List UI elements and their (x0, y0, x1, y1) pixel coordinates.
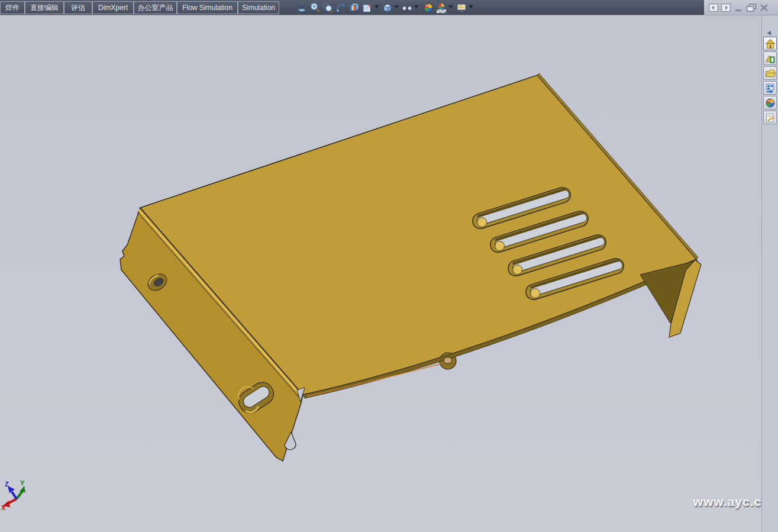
appearances-ball-icon (764, 97, 776, 109)
view-settings-dropdown-icon[interactable] (469, 5, 473, 8)
edit-appearance-icon[interactable] (422, 2, 434, 14)
display-style-icon[interactable] (382, 2, 393, 14)
display-style-dropdown-icon[interactable] (394, 5, 399, 8)
triad-y-label: Y (20, 479, 25, 486)
view-orientation-dropdown-icon[interactable] (375, 5, 379, 8)
task-pane-item-solidworks-resources[interactable] (763, 37, 777, 50)
task-pane-strip (761, 15, 778, 532)
apply-scene-dropdown-icon[interactable] (448, 5, 453, 8)
edge-tab-hole[interactable] (444, 357, 452, 364)
task-pane-item-custom-properties[interactable] (763, 111, 777, 124)
collapse-left-pane-icon[interactable] (709, 4, 718, 12)
custom-properties-icon (764, 112, 776, 124)
normal-to-icon[interactable] (296, 2, 308, 14)
solidworks-window: X Y Z www.ayc.cn 焊件 直接编辑 评估 DimXpert 办公室… (0, 0, 778, 532)
view-settings-icon[interactable] (456, 2, 467, 14)
tab-dimxpert[interactable]: DimXpert (92, 1, 134, 14)
hide-show-items-dropdown-icon[interactable] (414, 5, 419, 8)
design-library-icon (764, 53, 776, 65)
tab-evaluate[interactable]: 评估 (64, 1, 92, 14)
part-model[interactable] (120, 73, 701, 461)
home-icon (764, 38, 776, 50)
task-pane-item-view-palette[interactable] (763, 81, 777, 95)
model-canvas[interactable]: X Y Z (0, 0, 778, 532)
window-controls (704, 0, 778, 15)
close-icon[interactable] (760, 4, 769, 12)
tab-flow-simulation[interactable]: Flow Simulation (177, 1, 238, 14)
task-pane-item-file-explorer[interactable] (763, 66, 777, 80)
ribbon-tabs: 焊件 直接编辑 评估 DimXpert 办公室产品 Flow Simulatio… (0, 1, 279, 14)
triad-x-label: X (1, 504, 6, 511)
tab-direct-editing[interactable]: 直接编辑 (25, 1, 64, 14)
triad-z-label: Z (5, 481, 9, 488)
hide-show-items-icon[interactable] (401, 2, 413, 14)
view-orientation-icon[interactable] (361, 2, 373, 14)
collapse-right-pane-icon[interactable] (721, 4, 731, 12)
view-palette-icon (764, 82, 776, 94)
tab-office-products[interactable]: 办公室产品 (134, 1, 177, 14)
rotate-view-icon[interactable] (335, 2, 347, 14)
zoom-to-area-icon[interactable] (322, 2, 334, 14)
folder-icon (764, 67, 776, 79)
minimize-icon[interactable] (734, 4, 744, 12)
section-view-icon[interactable] (348, 2, 360, 14)
tab-simulation[interactable]: Simulation (238, 1, 279, 14)
task-pane-item-appearances-scenes[interactable] (763, 96, 777, 109)
tab-weldments[interactable]: 焊件 (0, 1, 25, 14)
coordinate-triad: X Y Z (1, 479, 25, 511)
task-pane-item-design-library[interactable] (763, 51, 777, 65)
apply-scene-icon[interactable] (435, 2, 447, 14)
zoom-in-icon[interactable] (309, 2, 321, 14)
restore-icon[interactable] (746, 4, 756, 12)
ribbon-bar: 焊件 直接编辑 评估 DimXpert 办公室产品 Flow Simulatio… (0, 0, 704, 15)
task-pane-collapse-icon[interactable] (767, 31, 771, 36)
watermark: www.ayc.cn (693, 495, 770, 509)
